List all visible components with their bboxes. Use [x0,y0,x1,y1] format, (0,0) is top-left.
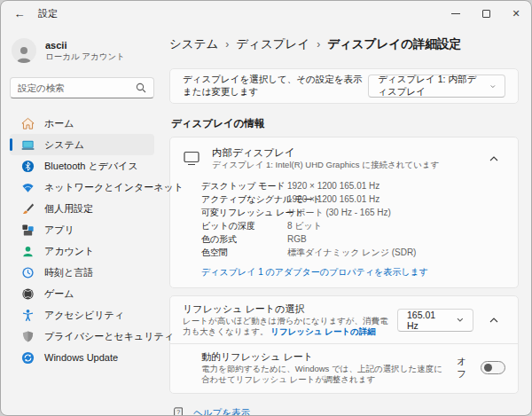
user-account[interactable]: ascii ローカル アカウント [10,31,154,70]
time-language-icon [20,265,35,279]
spec-row-desktop-mode: デスクトップ モード 1920 × 1200 165.01 Hz [201,179,505,192]
accounts-icon [20,244,35,258]
dynamic-refresh-title: 動的リフレッシュ レート [201,350,448,363]
sidebar-item-accessibility[interactable]: アクセシビリティ [10,304,154,326]
sidebar-nav: ホーム システム Bluetooth とデバイス ネットワークとインターネット … [10,113,154,368]
titlebar: ← 設定 ✕ [1,1,531,26]
person-icon [14,43,34,63]
sidebar-item-privacy[interactable]: プライバシーとセキュリティ [10,326,154,347]
bluetooth-icon [20,159,35,173]
adapter-properties-link[interactable]: ディスプレイ 1 のアダプターのプロパティを表示します [201,266,428,279]
chevron-down-icon [490,84,496,89]
windows-update-icon [20,350,35,365]
spec-row-color-format: 色の形式 RGB [201,232,505,246]
system-icon [20,137,35,152]
toggle-state-label: オフ [457,356,472,381]
search-input[interactable] [18,82,136,93]
accessibility-icon [20,308,35,322]
sidebar-item-gaming[interactable]: ゲーム [10,283,154,304]
spec-row-bit-depth: ビットの深度 8 ビット [201,219,505,232]
get-help-link-row[interactable]: ? ヘルプを表示 [169,406,519,416]
sidebar-item-accounts[interactable]: アカウント [10,240,154,262]
network-icon [20,180,35,194]
monitor-icon [183,151,200,166]
display-specs: デスクトップ モード 1920 × 1200 165.01 Hz アクティブなシ… [170,177,518,259]
apps-icon [20,223,35,237]
collapse-button[interactable] [482,149,505,169]
avatar [12,38,36,63]
gaming-icon [20,286,35,301]
spec-row-vrr: 可変リフレッシュ レート サポート (30 Hz - 165 Hz) [201,206,505,219]
spec-row-color-space: 色空間 標準ダイナミック レンジ (SDR) [201,246,505,259]
maximize-icon [482,10,490,18]
breadcrumb-separator: › [317,38,320,51]
chevron-up-icon [489,156,498,161]
help-icon: ? [171,406,184,416]
display-select-card: ディスプレイを選択して、その設定を表示または変更します ディスプレイ 1: 内部… [169,68,519,104]
sidebar-item-apps[interactable]: アプリ [10,219,154,240]
close-button[interactable]: ✕ [501,1,531,26]
main-content: システム › ディスプレイ › ディスプレイの詳細設定 ディスプレイを選択して、… [163,26,531,415]
breadcrumb-system[interactable]: システム [169,36,218,52]
breadcrumb: システム › ディスプレイ › ディスプレイの詳細設定 [169,36,519,52]
maximize-button[interactable] [471,1,501,26]
minimize-icon [451,13,460,14]
settings-window: ← 設定 ✕ ascii ローカル アカウント [0,0,532,416]
sidebar-item-bluetooth[interactable]: Bluetooth とデバイス [10,155,154,177]
refresh-rate-description: レートが高いほど動きは滑らかになりますが、消費電力も大きくなります。 リフレッシ… [183,316,388,337]
user-account-type: ローカル アカウント [45,51,125,62]
refresh-rate-title: リフレッシュ レートの選択 [183,302,388,315]
chevron-down-icon [457,318,464,322]
close-icon: ✕ [512,8,520,20]
chevron-up-icon [489,318,498,323]
breadcrumb-separator: › [225,38,229,51]
toggle-knob [484,364,492,372]
spec-row-signal-mode: アクティブなシグナル モード 1920 × 1200 165.01 Hz [201,192,505,206]
dynamic-refresh-toggle[interactable] [481,361,505,374]
sidebar-item-system[interactable]: システム [10,134,154,155]
footer-links: ? ヘルプを表示 フィードバックの送信 [169,406,519,416]
sidebar: ascii ローカル アカウント ホーム システム [1,26,163,415]
display-name: 内部ディスプレイ [212,146,471,159]
search-icon [136,82,146,93]
sidebar-item-personalization[interactable]: 個人用設定 [10,198,154,219]
sidebar-item-windows-update[interactable]: Windows Update [10,347,154,368]
sidebar-item-network[interactable]: ネットワークとインターネット [10,177,154,198]
minimize-button[interactable] [441,1,471,26]
dynamic-refresh-rate-row: 動的リフレッシュ レート 電力を節約するために、Windows では、上記の選択… [170,344,518,393]
back-button[interactable]: ← [6,3,33,24]
display-info-card: 内部ディスプレイ ディスプレイ 1: Intel(R) UHD Graphics… [169,137,519,288]
display-info-header[interactable]: 内部ディスプレイ ディスプレイ 1: Intel(R) UHD Graphics… [170,137,518,177]
personalization-icon [20,201,35,216]
refresh-rate-card: リフレッシュ レートの選択 レートが高いほど動きは滑らかになりますが、消費電力も… [169,295,519,394]
get-help-link[interactable]: ヘルプを表示 [193,407,250,416]
section-heading: ディスプレイの情報 [171,117,519,130]
breadcrumb-display[interactable]: ディスプレイ [236,36,309,52]
refresh-rate-dropdown[interactable]: 165.01 Hz [397,309,473,332]
display-adapter-subtitle: ディスプレイ 1: Intel(R) UHD Graphics に接続されていま… [212,160,471,170]
display-select-label: ディスプレイを選択して、その設定を表示または変更します [183,74,368,98]
sidebar-item-home[interactable]: ホーム [10,113,154,134]
display-select-dropdown[interactable]: ディスプレイ 1: 内部ディスプレイ [368,75,505,98]
user-name: ascii [45,40,125,51]
collapse-button[interactable] [482,310,505,330]
refresh-rate-details-link[interactable]: リフレッシュ レートの詳細 [270,326,376,336]
svg-text:?: ? [176,409,180,415]
dynamic-refresh-description: 電力を節約するために、Windows では、上記の選択した速度に合わせてリフレッ… [201,364,448,385]
refresh-rate-row: リフレッシュ レートの選択 レートが高いほど動きは滑らかになりますが、消費電力も… [170,296,518,343]
search-box[interactable] [10,77,154,98]
page-title: ディスプレイの詳細設定 [327,36,461,52]
privacy-icon [20,329,35,343]
back-arrow-icon: ← [14,7,26,20]
window-controls: ✕ [441,1,531,26]
sidebar-item-time-language[interactable]: 時刻と言語 [10,262,154,283]
home-icon [20,116,35,130]
app-title: 設定 [38,7,58,20]
